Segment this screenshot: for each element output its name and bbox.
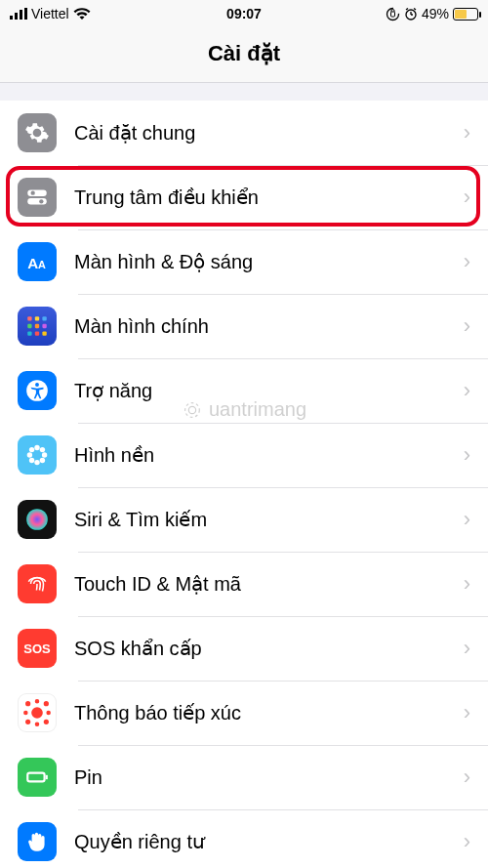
svg-rect-1	[15, 13, 18, 20]
flower-icon	[18, 435, 57, 475]
svg-point-38	[31, 707, 43, 719]
row-emergency-sos[interactable]: SOS SOS khẩn cấp ›	[0, 616, 488, 681]
row-accessibility[interactable]: Trợ năng ›	[0, 358, 488, 423]
carrier-label: Viettel	[31, 6, 69, 21]
row-touch-id[interactable]: Touch ID & Mật mã ›	[0, 552, 488, 616]
svg-point-4	[386, 8, 398, 20]
fingerprint-icon	[18, 564, 57, 603]
settings-list: Cài đặt chung › Trung tâm điều khiển › A…	[0, 101, 488, 868]
row-siri[interactable]: Siri & Tìm kiếm ›	[0, 487, 488, 552]
row-control-center[interactable]: Trung tâm điều khiển ›	[0, 165, 488, 229]
row-label: Trợ năng	[74, 379, 456, 402]
svg-point-27	[35, 383, 39, 387]
svg-point-31	[42, 452, 47, 457]
svg-point-43	[36, 700, 39, 703]
svg-rect-21	[35, 324, 39, 328]
chevron-right-icon: ›	[464, 442, 470, 468]
toggles-icon	[18, 178, 57, 217]
battery-pct-label: 49%	[422, 6, 449, 21]
lock-rotation-icon	[386, 7, 400, 21]
svg-point-41	[26, 721, 30, 724]
battery-icon	[18, 758, 57, 797]
svg-point-36	[34, 452, 41, 459]
wifi-icon	[73, 8, 91, 21]
row-general[interactable]: Cài đặt chung ›	[0, 101, 488, 165]
svg-point-34	[29, 458, 34, 463]
row-battery[interactable]: Pin ›	[0, 745, 488, 809]
status-right: 49%	[386, 6, 478, 21]
status-bar: Viettel 09:07 49%	[0, 0, 488, 27]
row-privacy[interactable]: Quyền riêng tư ›	[0, 809, 488, 868]
battery-icon	[453, 8, 478, 21]
row-label: Hình nền	[74, 443, 456, 467]
alarm-icon	[404, 7, 418, 21]
svg-point-44	[36, 723, 39, 725]
row-label: Thông báo tiếp xúc	[74, 701, 456, 724]
svg-rect-17	[27, 316, 31, 320]
chevron-right-icon: ›	[464, 185, 470, 210]
svg-line-9	[406, 9, 408, 11]
svg-line-10	[414, 9, 416, 11]
svg-point-29	[34, 460, 39, 465]
row-label: Cài đặt chung	[74, 121, 456, 145]
row-label: SOS khẩn cấp	[74, 637, 456, 660]
page-title: Cài đặt	[0, 27, 488, 83]
chevron-right-icon: ›	[464, 507, 470, 532]
row-label: Siri & Tìm kiếm	[74, 508, 456, 531]
svg-rect-48	[46, 775, 48, 779]
svg-rect-20	[27, 324, 31, 328]
signal-icon	[10, 8, 27, 20]
chevron-right-icon: ›	[464, 700, 470, 725]
svg-point-42	[45, 721, 49, 724]
chevron-right-icon: ›	[464, 765, 470, 790]
svg-rect-19	[42, 316, 46, 320]
hand-icon	[18, 822, 57, 861]
svg-rect-5	[390, 12, 394, 17]
svg-point-30	[27, 452, 32, 457]
svg-rect-47	[27, 773, 44, 782]
text-size-icon: AA	[18, 242, 57, 281]
chevron-right-icon: ›	[464, 829, 470, 854]
chevron-right-icon: ›	[464, 120, 470, 145]
row-display-brightness[interactable]: AA Màn hình & Độ sáng ›	[0, 229, 488, 294]
svg-rect-23	[27, 331, 31, 335]
chevron-right-icon: ›	[464, 571, 470, 597]
svg-rect-18	[35, 316, 39, 320]
svg-point-39	[26, 702, 30, 706]
svg-rect-24	[35, 331, 39, 335]
row-label: Touch ID & Mật mã	[74, 572, 456, 596]
svg-text:A: A	[38, 259, 46, 270]
row-label: Pin	[74, 766, 456, 789]
row-exposure-notification[interactable]: Thông báo tiếp xúc ›	[0, 681, 488, 745]
svg-rect-0	[10, 16, 13, 20]
svg-rect-11	[27, 189, 47, 196]
svg-point-35	[40, 458, 45, 463]
svg-point-12	[31, 191, 35, 195]
svg-point-40	[45, 702, 49, 706]
chevron-right-icon: ›	[464, 313, 470, 339]
svg-point-28	[34, 445, 39, 450]
sos-icon: SOS	[18, 629, 57, 668]
home-grid-icon	[18, 307, 57, 346]
svg-rect-25	[42, 331, 46, 335]
svg-rect-22	[42, 324, 46, 328]
clock-label: 09:07	[226, 6, 262, 21]
svg-rect-2	[20, 10, 22, 20]
row-label: Màn hình & Độ sáng	[74, 250, 456, 273]
row-wallpaper[interactable]: Hình nền ›	[0, 423, 488, 487]
chevron-right-icon: ›	[464, 378, 470, 403]
svg-rect-3	[24, 8, 27, 20]
section-spacer	[0, 83, 488, 101]
chevron-right-icon: ›	[464, 249, 470, 274]
svg-text:A: A	[27, 255, 38, 271]
row-label: Trung tâm điều khiển	[74, 186, 456, 209]
svg-point-32	[29, 447, 34, 452]
svg-point-46	[47, 712, 50, 715]
svg-point-37	[26, 509, 48, 530]
row-label: Màn hình chính	[74, 315, 456, 338]
svg-rect-13	[27, 198, 47, 205]
row-home-screen[interactable]: Màn hình chính ›	[0, 294, 488, 358]
siri-icon	[18, 500, 57, 539]
chevron-right-icon: ›	[464, 636, 470, 661]
accessibility-icon	[18, 371, 57, 410]
